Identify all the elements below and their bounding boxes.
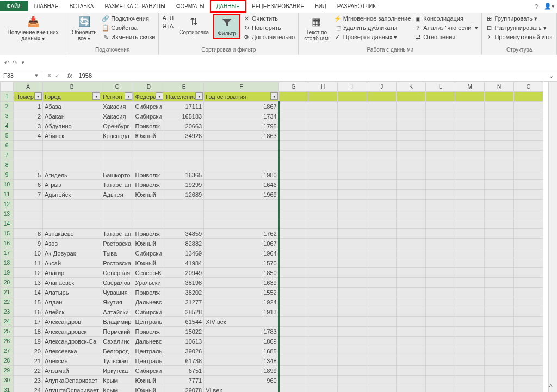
filter-header[interactable]: Население▼ <box>164 92 204 102</box>
cell[interactable] <box>308 209 338 219</box>
cell[interactable] <box>308 229 338 239</box>
collapse-ribbon-icon[interactable]: ㅅ <box>548 382 554 390</box>
filter-button[interactable]: Фильтр <box>213 14 240 39</box>
cell[interactable]: Северная <box>101 268 133 278</box>
whatif-button[interactable]: ?Анализ "что если" ▾ <box>413 23 479 32</box>
refresh-all-button[interactable]: 🔄 Обновить все ▾ <box>69 14 100 42</box>
cell[interactable] <box>485 121 514 131</box>
cell[interactable] <box>133 200 164 209</box>
cell[interactable] <box>397 258 426 268</box>
cell[interactable] <box>367 141 397 151</box>
cell[interactable] <box>514 317 543 327</box>
cell[interactable] <box>514 111 543 121</box>
cell[interactable]: Южный <box>133 376 164 385</box>
cell[interactable]: АлуштаОспаривает <box>43 385 101 393</box>
cell[interactable] <box>279 248 308 258</box>
cell[interactable] <box>308 258 338 268</box>
cell[interactable] <box>43 141 101 151</box>
col-header[interactable]: J <box>367 82 397 92</box>
cell[interactable] <box>397 121 426 131</box>
cell[interactable] <box>279 327 308 337</box>
cell[interactable]: Приволж <box>133 170 164 180</box>
cell[interactable] <box>455 141 485 151</box>
cell[interactable]: Приволж <box>133 121 164 131</box>
cell[interactable] <box>455 131 485 141</box>
cell[interactable] <box>279 346 308 356</box>
qat-dropdown-icon[interactable]: ▼ <box>21 60 25 65</box>
row-header[interactable]: 17 <box>1 248 14 258</box>
cell[interactable] <box>514 288 543 297</box>
cell[interactable]: 1850 <box>204 268 279 278</box>
cell[interactable] <box>308 317 338 327</box>
cell[interactable] <box>397 248 426 258</box>
col-header[interactable]: F <box>204 82 279 92</box>
cell[interactable]: 29078 <box>164 385 204 393</box>
cell[interactable]: Абаза <box>43 102 101 111</box>
cell[interactable] <box>308 239 338 248</box>
filter-dropdown-icon[interactable]: ▼ <box>125 92 132 100</box>
cell[interactable] <box>397 111 426 121</box>
cell[interactable]: Иркутска <box>101 366 133 376</box>
cell[interactable] <box>279 317 308 327</box>
cell[interactable] <box>485 346 514 356</box>
cell[interactable] <box>338 258 367 268</box>
filter-header[interactable]: Регион▼ <box>101 92 133 102</box>
cell[interactable] <box>338 288 367 297</box>
cell[interactable]: 4 <box>14 131 43 141</box>
cell[interactable]: Алексеевка <box>43 346 101 356</box>
cell[interactable]: 16 <box>14 307 43 317</box>
cell[interactable] <box>397 327 426 337</box>
cell[interactable] <box>514 102 543 111</box>
cell[interactable] <box>367 239 397 248</box>
cell[interactable] <box>485 268 514 278</box>
cell[interactable] <box>308 297 338 307</box>
cell[interactable]: 21277 <box>164 297 204 307</box>
col-header[interactable]: C <box>101 82 133 92</box>
cell[interactable] <box>397 385 426 393</box>
cell[interactable] <box>279 297 308 307</box>
cell[interactable] <box>397 170 426 180</box>
cell[interactable]: 1639 <box>204 278 279 288</box>
cell[interactable] <box>164 219 204 229</box>
cell[interactable]: Приволж <box>133 229 164 239</box>
cell[interactable] <box>485 151 514 160</box>
cell[interactable]: 22 <box>14 366 43 376</box>
cell[interactable] <box>308 141 338 151</box>
col-header[interactable]: L <box>426 82 455 92</box>
cell[interactable]: 15022 <box>164 327 204 337</box>
cell[interactable]: 1795 <box>204 121 279 131</box>
cell[interactable] <box>14 219 43 229</box>
flash-fill-button[interactable]: ⚡Мгновенное заполнение <box>333 14 412 23</box>
cell[interactable] <box>308 366 338 376</box>
cell[interactable] <box>14 151 43 160</box>
cell[interactable]: 11 <box>14 258 43 268</box>
cell[interactable] <box>308 219 338 229</box>
cell[interactable] <box>426 141 455 151</box>
cell[interactable] <box>455 278 485 288</box>
cell[interactable] <box>204 141 279 151</box>
cell[interactable] <box>101 141 133 151</box>
data-validation-button[interactable]: ✓Проверка данных ▾ <box>333 33 412 41</box>
col-header[interactable]: I <box>338 82 367 92</box>
cell[interactable] <box>514 229 543 239</box>
cell[interactable] <box>279 209 308 219</box>
cell[interactable] <box>426 239 455 248</box>
cell[interactable]: Ак-Довурак <box>43 248 101 258</box>
cell[interactable] <box>514 209 543 219</box>
cell[interactable] <box>367 111 397 121</box>
row-header[interactable]: 23 <box>1 307 14 317</box>
cell[interactable] <box>367 219 397 229</box>
cell[interactable] <box>426 160 455 170</box>
cell[interactable]: 1646 <box>204 180 279 190</box>
cell[interactable] <box>426 327 455 337</box>
cell[interactable] <box>367 200 397 209</box>
cell[interactable] <box>308 180 338 190</box>
cell[interactable] <box>485 258 514 268</box>
cell[interactable]: 1969 <box>204 190 279 200</box>
cell[interactable] <box>338 307 367 317</box>
cell[interactable] <box>426 151 455 160</box>
cell[interactable]: 12689 <box>164 190 204 200</box>
cell[interactable] <box>514 385 543 393</box>
cell[interactable]: Алагир <box>43 268 101 278</box>
cell[interactable] <box>426 297 455 307</box>
